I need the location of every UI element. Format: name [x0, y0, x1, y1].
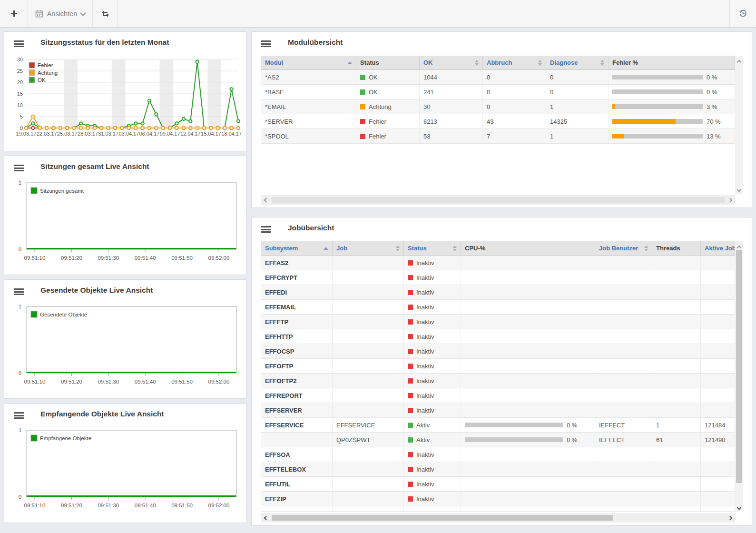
svg-text:15.04.17: 15.04.17 — [201, 131, 221, 137]
table-row[interactable]: EFFAS2Inaktiv — [261, 256, 735, 270]
scroll-right-icon[interactable] — [728, 198, 733, 203]
table-row[interactable]: *EMAILAchtung30013 % — [261, 99, 735, 114]
status-square-icon — [408, 260, 413, 266]
column-header-job[interactable]: Job — [333, 241, 404, 255]
panel-menu-icon[interactable] — [14, 288, 24, 295]
column-header-cpu[interactable]: CPU-% — [461, 241, 595, 255]
panel-header: Gesendete Objekte Live Ansicht — [4, 280, 246, 303]
table-row[interactable]: *SPOOLFehler537113 % — [261, 129, 735, 144]
table-cell: 61 — [652, 433, 701, 447]
table-row[interactable]: EFFREPORTInaktiv — [261, 388, 735, 403]
add-panel-button[interactable] — [0, 0, 28, 27]
table-row[interactable]: EFFZIPInaktiv — [261, 492, 735, 506]
panel-menu-icon[interactable] — [261, 226, 271, 233]
table-cell: 0 — [483, 70, 546, 84]
status-cell: Aktiv — [404, 418, 461, 432]
table-row[interactable]: EFFHTTPInaktiv — [261, 329, 735, 344]
scroll-up-icon[interactable] — [737, 246, 742, 250]
table-cell: IEFFECT — [595, 433, 652, 447]
table-row[interactable]: *AS2OK1044000 % — [261, 70, 735, 85]
table-cell — [701, 359, 735, 373]
scrollbar-thumb[interactable] — [272, 515, 613, 521]
svg-text:09:52:00: 09:52:00 — [208, 379, 230, 385]
status-cell: Achtung — [356, 99, 420, 114]
table-row[interactable]: EFFOFTPInaktiv — [261, 359, 735, 374]
table-row[interactable]: EFFSERVERInaktiv — [261, 403, 735, 418]
table-cell — [652, 462, 701, 476]
table-cell: EFFOFTP — [261, 359, 333, 373]
svg-text:1: 1 — [19, 304, 21, 309]
column-label: CPU-% — [465, 245, 485, 252]
svg-text:OK: OK — [38, 77, 46, 83]
table-row[interactable]: EFFEMAILInaktiv — [261, 300, 735, 315]
panel-menu-icon[interactable] — [14, 40, 24, 47]
status-square-icon — [408, 334, 413, 339]
table-cell: 241 — [420, 85, 483, 99]
scroll-down-icon[interactable] — [737, 505, 742, 510]
scrollbar-thumb[interactable] — [272, 197, 725, 203]
column-header-modul[interactable]: Modul — [261, 56, 356, 69]
table-row[interactable]: EFFCRYPTInaktiv — [261, 270, 735, 285]
table-cell — [461, 329, 595, 344]
table-cell — [595, 359, 652, 373]
scrollbar-thumb[interactable] — [736, 250, 742, 483]
column-header-fehler[interactable]: Fehler % — [609, 56, 735, 69]
column-header-status[interactable]: Status — [404, 241, 461, 255]
module-horizontal-scrollbar[interactable] — [261, 195, 735, 205]
job-vertical-scrollbar[interactable] — [735, 241, 743, 512]
table-row[interactable]: EFFOCSPInaktiv — [261, 344, 735, 359]
scroll-left-icon[interactable] — [264, 516, 269, 521]
scroll-down-icon[interactable] — [737, 188, 742, 192]
table-row[interactable]: EFFOFTP2Inaktiv — [261, 374, 735, 388]
panel-title: Empfangende Objekte Live Ansicht — [40, 410, 164, 418]
history-button[interactable] — [729, 0, 756, 27]
panel-header: Sitzungen gesamt Live Ansicht — [4, 156, 246, 179]
table-cell — [333, 506, 404, 511]
job-horizontal-scrollbar[interactable] — [261, 513, 735, 523]
panel-menu-icon[interactable] — [14, 165, 24, 171]
table-row[interactable]: EFFSOAInaktiv — [261, 447, 735, 462]
table-cell: EFFOFTP2 — [261, 374, 333, 388]
refresh-layout-button[interactable] — [93, 0, 118, 27]
table-row[interactable]: *SERVERFehler6213431432570 % — [261, 114, 735, 129]
column-header-ok[interactable]: OK — [420, 56, 483, 69]
svg-text:09:52:00: 09:52:00 — [208, 503, 230, 508]
progress-cell: 3 % — [609, 99, 735, 114]
panel-header: Jobübersicht — [252, 217, 752, 240]
column-label: Diagnose — [550, 59, 578, 66]
table-cell — [595, 285, 652, 299]
column-header-diagnose[interactable]: Diagnose — [546, 56, 609, 69]
table-row[interactable]: EFFUTILInaktiv — [261, 477, 735, 492]
status-label: Inaktiv — [416, 466, 434, 473]
status-cell: Inaktiv — [404, 285, 461, 299]
table-row[interactable]: EFFEDIInaktiv — [261, 285, 735, 300]
column-header-abbruch[interactable]: Abbruch — [483, 56, 546, 69]
column-header-threads[interactable]: Threads — [652, 241, 701, 255]
table-row[interactable]: *BASEOK241000 % — [261, 85, 735, 99]
column-header-subsystem[interactable]: Subsystem — [261, 241, 333, 255]
scroll-left-icon[interactable] — [264, 198, 269, 203]
table-cell — [595, 462, 652, 476]
table-cell — [461, 359, 595, 373]
table-row[interactable]: EFFFTPInaktiv — [261, 315, 735, 329]
panel-menu-icon[interactable] — [14, 412, 24, 419]
status-label: Inaktiv — [416, 407, 434, 414]
scroll-up-icon[interactable] — [737, 60, 742, 65]
views-dropdown-button[interactable]: Ansichten — [28, 0, 93, 27]
svg-text:Sitzungen gesamt: Sitzungen gesamt — [40, 188, 84, 194]
table-row[interactable]: EFFTELEBOXInaktiv — [261, 462, 735, 477]
panel-title: Jobübersicht — [288, 224, 334, 232]
table-cell — [333, 477, 404, 491]
table-cell: EFFSERVICE — [333, 418, 404, 432]
module-vertical-scrollbar[interactable] — [735, 56, 743, 194]
scroll-right-icon[interactable] — [728, 516, 733, 521]
panel-menu-icon[interactable] — [261, 40, 271, 47]
table-row[interactable]: EFFSERVICEEFFSERVICEAktiv0 %IEFFECT11214… — [261, 418, 735, 433]
column-header-job-benutzer[interactable]: Job Benutzer — [595, 241, 652, 255]
table-row[interactable]: QP0ZSPWTAktiv0 %IEFFECT61121498 — [261, 433, 735, 447]
svg-text:09:52:00: 09:52:00 — [208, 255, 230, 261]
status-cell: Inaktiv — [404, 329, 461, 344]
column-header-status[interactable]: Status — [356, 56, 420, 69]
column-header-aktive-jobs[interactable]: Aktive Jobs — [701, 241, 735, 255]
svg-text:09:51:40: 09:51:40 — [135, 255, 156, 261]
